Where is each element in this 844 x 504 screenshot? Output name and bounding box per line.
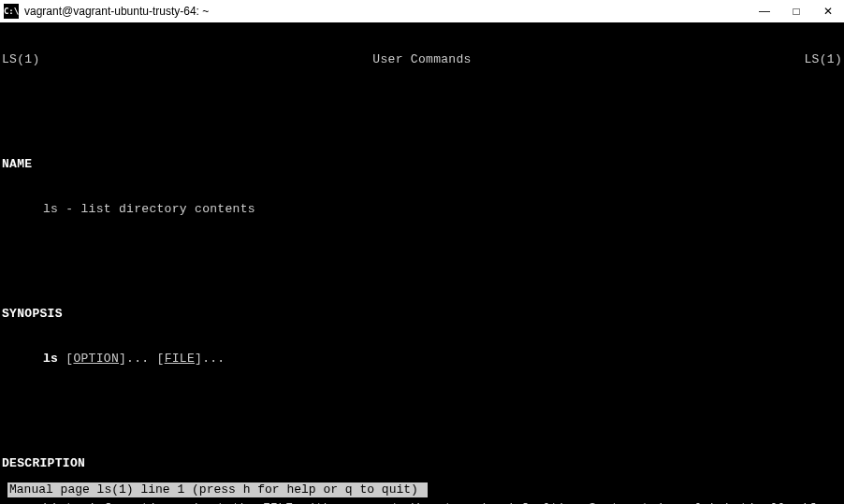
- synopsis-sp: [: [58, 352, 73, 366]
- section-synopsis-heading: SYNOPSIS: [0, 307, 844, 322]
- window-titlebar: C:\ vagrant@vagrant-ubuntu-trusty-64: ~ …: [0, 0, 844, 22]
- synopsis-option: OPTION: [73, 352, 119, 366]
- maximize-button[interactable]: □: [788, 3, 805, 20]
- man-header-row: LS(1) User Commands LS(1): [0, 52, 844, 67]
- man-header-right: LS(1): [804, 52, 842, 67]
- section-synopsis-body: ls [OPTION]... [FILE]...: [0, 352, 844, 367]
- close-button[interactable]: ✕: [820, 3, 837, 20]
- minimize-button[interactable]: —: [756, 3, 773, 20]
- section-name-body: ls - list directory contents: [0, 202, 844, 217]
- synopsis-after2: ]...: [195, 352, 225, 366]
- section-name-heading: NAME: [0, 157, 844, 172]
- synopsis-after1: ]... [: [119, 352, 165, 366]
- window-title: vagrant@vagrant-ubuntu-trusty-64: ~: [24, 4, 756, 19]
- cursor: [418, 483, 426, 497]
- man-statusbar: Manual page ls(1) line 1 (press h for he…: [7, 482, 428, 497]
- synopsis-ls: ls: [43, 352, 58, 366]
- synopsis-file: FILE: [165, 352, 195, 366]
- statusbar-text: Manual page ls(1) line 1 (press h for he…: [9, 482, 418, 497]
- man-header-center: User Commands: [40, 52, 805, 67]
- section-description-heading: DESCRIPTION: [0, 456, 844, 471]
- terminal-icon: C:\: [4, 4, 19, 19]
- man-header-left: LS(1): [2, 52, 40, 67]
- terminal-content[interactable]: LS(1) User Commands LS(1) NAME ls - list…: [0, 22, 844, 504]
